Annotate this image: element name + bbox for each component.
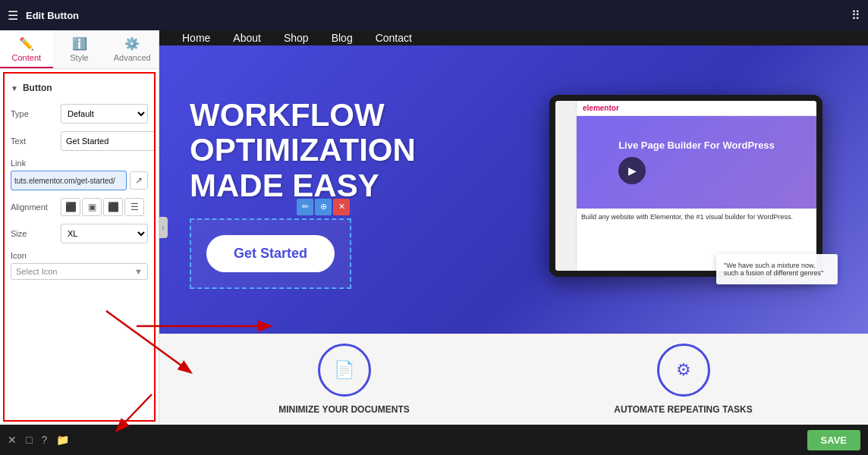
size-label: Size [11,229,56,238]
tablet-sidebar [555,101,577,271]
tablet-content-area: Live Page Builder For WordPress ▶ [577,116,816,209]
type-label: Type [11,109,56,118]
type-select[interactable]: Default Info Success Warning Danger [61,104,148,124]
link-input[interactable] [11,171,127,190]
save-button[interactable]: SAVE [807,430,860,450]
sidebar-panel: ✏️ Content ℹ️ Style ⚙️ Advanced ▼ Button [0,30,159,425]
link-field: Link ↗ [11,158,148,190]
icon-select-dropdown[interactable]: Select Icon ▼ [11,263,148,280]
play-button[interactable]: ▶ [618,157,646,184]
icon-label: Icon [11,251,148,260]
hero-headline-line3: MADE EASY [190,168,379,203]
bottom-circle-1: 📄 [318,344,371,397]
hero-section: WORKFLOW OPTIMIZATION MADE EASY ✏ ⊕ ✕ Ge… [159,46,868,334]
bottom-item-1: 📄 MINIMIZE YOUR DOCUMENTS [190,344,498,415]
section-collapse-icon[interactable]: ▼ [11,84,18,93]
folder-tool-icon[interactable]: 📁 [56,434,69,446]
alignment-label: Alignment [11,202,56,212]
close-tool-icon[interactable]: ✕ [8,434,17,446]
bottom-item-2: ⚙ AUTOMATE REPEATING TASKS [529,344,838,415]
get-started-button[interactable]: Get Started [206,235,335,272]
sidebar-toggle[interactable]: ‹ [159,217,168,238]
nav-blog[interactable]: Blog [332,32,353,44]
tablet-frame: elementor Live Page Builder For WordPres… [549,95,822,277]
advanced-tab-icon: ⚙️ [124,36,140,51]
advanced-tab-label: Advanced [114,53,151,62]
style-tab-icon: ℹ️ [72,36,87,51]
widget-toolbar: ✏ ⊕ ✕ [297,199,350,215]
tablet-subtext: Build any website with Elementor, the #1… [581,213,812,221]
text-field: Text [11,131,148,151]
help-tool-icon[interactable]: ? [41,434,47,446]
alignment-field: Alignment ⬛ ▣ ⬛ ☰ [11,198,148,216]
section-title: Button [23,83,52,93]
sidebar-content: ▼ Button Type Default Info Success Warni… [5,74,154,420]
widget-delete-button[interactable]: ✕ [333,199,350,215]
hero-text-block: WORKFLOW OPTIMIZATION MADE EASY ✏ ⊕ ✕ Ge… [190,98,416,289]
align-justify-button[interactable]: ☰ [124,198,144,216]
site-navigation: Home About Shop Blog Contact [159,30,868,46]
hero-headline-line2: OPTIMIZATION [190,132,416,168]
preview-tool-icon[interactable]: □ [26,434,32,446]
nav-contact[interactable]: Contact [376,32,412,44]
top-bar: ☰ Edit Button ⠿ [0,0,868,30]
type-field: Type Default Info Success Warning Danger [11,104,148,124]
button-widget-area: ✏ ⊕ ✕ Get Started [190,218,351,289]
tab-content[interactable]: ✏️ Content [0,30,53,68]
hero-headline-line1: WORKFLOW [190,97,385,133]
elementor-logo: elementor [577,101,816,116]
bottom-circle-2: ⚙ [657,344,710,397]
tab-advanced[interactable]: ⚙️ Advanced [105,30,159,68]
link-input-row: ↗ [11,171,148,190]
grid-icon[interactable]: ⠿ [851,8,860,23]
bottom-tools: ✕ □ ? 📁 [8,434,69,446]
quote-text: "We have such a mixture now, such a fusi… [724,262,823,277]
icon-field: Icon Select Icon ▼ [11,251,148,280]
widget-edit-button[interactable]: ✏ [297,199,313,215]
align-right-button[interactable]: ⬛ [103,198,123,216]
alignment-buttons: ⬛ ▣ ⬛ ☰ [61,198,144,216]
button-section-header: ▼ Button [11,80,148,96]
align-left-button[interactable]: ⬛ [61,198,80,216]
text-input[interactable] [61,131,154,151]
style-tab-label: Style [70,53,88,62]
tablet-headline: Live Page Builder For WordPress [618,140,775,151]
icon-select-arrow: ▼ [134,267,143,276]
content-tab-icon: ✏️ [19,36,34,51]
canvas-area: Home About Shop Blog Contact WORKFLOW OP… [159,30,868,425]
sidebar-content-border: ▼ Button Type Default Info Success Warni… [3,72,156,422]
nav-home[interactable]: Home [182,32,210,44]
tablet-screen: elementor Live Page Builder For WordPres… [555,101,816,271]
sidebar-tabs: ✏️ Content ℹ️ Style ⚙️ Advanced [0,30,159,69]
bottom-label-2: AUTOMATE REPEATING TASKS [614,404,752,415]
nav-about[interactable]: About [233,32,261,44]
icon-select-placeholder: Select Icon [16,267,57,276]
panel-title: Edit Button [26,10,79,21]
quote-overlay: "We have such a mixture now, such a fusi… [716,254,838,284]
link-external-icon[interactable]: ↗ [130,171,148,190]
bottom-label-1: MINIMIZE YOUR DOCUMENTS [278,404,409,415]
hamburger-icon[interactable]: ☰ [8,8,18,23]
widget-duplicate-button[interactable]: ⊕ [315,199,332,215]
size-field: Size XS SM MD LG XL [11,224,148,243]
hero-headline: WORKFLOW OPTIMIZATION MADE EASY [190,98,416,203]
align-center-button[interactable]: ▣ [82,198,102,216]
bottom-section: 📄 MINIMIZE YOUR DOCUMENTS ⚙ AUTOMATE REP… [159,334,868,425]
nav-shop[interactable]: Shop [284,32,309,44]
tab-style[interactable]: ℹ️ Style [53,30,106,68]
content-tab-label: Content [12,53,42,62]
hero-image-block: elementor Live Page Builder For WordPres… [549,95,838,292]
size-select[interactable]: XS SM MD LG XL [61,224,148,243]
bottom-toolbar: ✕ □ ? 📁 SAVE [0,425,868,455]
link-label: Link [11,158,148,168]
text-label: Text [11,136,56,146]
